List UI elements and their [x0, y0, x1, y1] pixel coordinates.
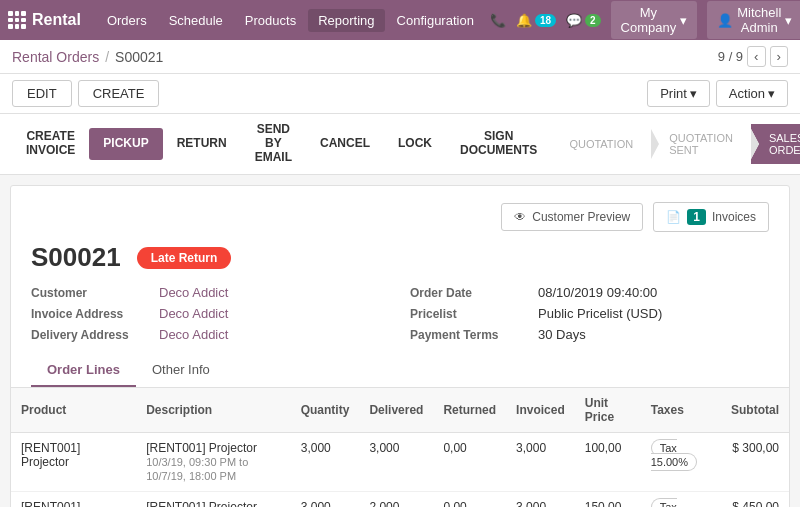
col-description: Description	[136, 388, 291, 433]
user-avatar-icon: 👤	[717, 13, 733, 28]
menu-reporting[interactable]: Reporting	[308, 9, 384, 32]
bell-icon: 🔔	[516, 13, 532, 28]
app-logo[interactable]: Rental	[8, 11, 81, 29]
main-content: 👁 Customer Preview 📄 1 Invoices S00021 L…	[10, 185, 790, 507]
message-badge: 2	[585, 14, 601, 27]
cell-description: [RENT001] Projector10/3/19, 09:30 PM to …	[136, 433, 291, 492]
phone-icon: 📞	[490, 13, 506, 28]
chevron-down-icon: ▾	[768, 86, 775, 101]
nav-right: 📞 🔔 18 💬 2 My Company ▾ 👤 Mitchell Admin…	[490, 1, 800, 39]
return-button[interactable]: RETURN	[163, 128, 241, 160]
chat-icon: 💬	[566, 13, 582, 28]
previous-page-button[interactable]: ‹	[747, 46, 765, 67]
grid-icon	[8, 11, 26, 29]
cell-unit-price: 150,00	[575, 492, 641, 508]
customer-preview-label: Customer Preview	[532, 210, 630, 224]
messages-button[interactable]: 💬 2	[566, 13, 601, 28]
pricelist-value: Public Pricelist (USD)	[538, 306, 662, 321]
cell-quantity: 3,000	[291, 492, 360, 508]
col-product: Product	[11, 388, 136, 433]
edit-button[interactable]: EDIT	[12, 80, 72, 107]
document-tabs: Order Lines Other Info	[11, 354, 789, 388]
notification-badge: 18	[535, 14, 556, 27]
notifications-button[interactable]: 🔔 18	[516, 13, 556, 28]
order-date-value: 08/10/2019 09:40:00	[538, 285, 657, 300]
status-bar: CREATE INVOICE PICKUP RETURN SEND BY EMA…	[0, 114, 800, 175]
print-label: Print	[660, 86, 687, 101]
print-button[interactable]: Print ▾	[647, 80, 710, 107]
cell-subtotal: $ 450,00	[721, 492, 789, 508]
page-navigation: 9 / 9 ‹ ›	[718, 46, 788, 67]
action-label: Action	[729, 86, 765, 101]
user-name: Mitchell Admin	[737, 5, 781, 35]
main-menu: Orders Schedule Products Reporting Confi…	[97, 9, 484, 32]
send-by-email-button[interactable]: SEND BY EMAIL	[241, 114, 306, 174]
menu-products[interactable]: Products	[235, 9, 306, 32]
pickup-button[interactable]: PICKUP	[89, 128, 162, 160]
company-name: My Company	[621, 5, 677, 35]
document-icon: 📄	[666, 210, 681, 224]
top-navigation: Rental Orders Schedule Products Reportin…	[0, 0, 800, 40]
customer-value[interactable]: Deco Addict	[159, 285, 228, 300]
delivery-address-field: Delivery Address Deco Addict	[31, 327, 390, 342]
cell-subtotal: $ 300,00	[721, 433, 789, 492]
create-button[interactable]: CREATE	[78, 80, 160, 107]
phone-button[interactable]: 📞	[490, 13, 506, 28]
menu-configuration[interactable]: Configuration	[387, 9, 484, 32]
user-menu[interactable]: 👤 Mitchell Admin ▾	[707, 1, 800, 39]
quotation-sent-step: QUOTATION SENT	[651, 124, 751, 164]
cell-delivered: 2,000	[359, 492, 433, 508]
cell-delivered: 3,000	[359, 433, 433, 492]
invoices-count: 1	[687, 209, 706, 225]
document-title: S00021	[31, 242, 121, 273]
create-invoice-button[interactable]: CREATE INVOICE	[12, 121, 89, 167]
breadcrumb-bar: Rental Orders / S00021 9 / 9 ‹ ›	[0, 40, 800, 74]
cell-invoiced: 3,000	[506, 433, 575, 492]
cell-description: [RENT001] Projector10/7/19, 09:30 PM to …	[136, 492, 291, 508]
chevron-down-icon: ▾	[785, 13, 792, 28]
menu-schedule[interactable]: Schedule	[159, 9, 233, 32]
breadcrumb-current: S00021	[115, 49, 163, 65]
chevron-down-icon: ▾	[680, 13, 687, 28]
quotation-step: QUOTATION	[551, 130, 651, 158]
app-name: Rental	[32, 11, 81, 29]
col-quantity: Quantity	[291, 388, 360, 433]
lock-button[interactable]: LOCK	[384, 128, 446, 160]
invoice-address-value[interactable]: Deco Addict	[159, 306, 228, 321]
breadcrumb-separator: /	[105, 49, 109, 65]
quotation-step-label: QUOTATION	[569, 138, 633, 150]
invoices-button[interactable]: 📄 1 Invoices	[653, 202, 769, 232]
action-button[interactable]: Action ▾	[716, 80, 788, 107]
chevron-down-icon: ▾	[690, 86, 697, 101]
col-taxes: Taxes	[641, 388, 721, 433]
customer-preview-button[interactable]: 👁 Customer Preview	[501, 203, 643, 231]
cell-returned: 0,00	[433, 433, 506, 492]
cell-product: [RENT001] Projector	[11, 492, 136, 508]
col-delivered: Delivered	[359, 388, 433, 433]
invoices-label: Invoices	[712, 210, 756, 224]
pricelist-field: Pricelist Public Pricelist (USD)	[410, 306, 769, 321]
next-page-button[interactable]: ›	[770, 46, 788, 67]
delivery-address-label: Delivery Address	[31, 328, 151, 342]
sign-documents-button[interactable]: SIGN DOCUMENTS	[446, 121, 551, 167]
company-selector[interactable]: My Company ▾	[611, 1, 698, 39]
order-lines-table: Product Description Quantity Delivered R…	[11, 388, 789, 507]
action-bar: EDIT CREATE Print ▾ Action ▾	[0, 74, 800, 114]
payment-terms-label: Payment Terms	[410, 328, 530, 342]
menu-orders[interactable]: Orders	[97, 9, 157, 32]
pricelist-label: Pricelist	[410, 307, 530, 321]
payment-terms-value: 30 Days	[538, 327, 586, 342]
sales-order-step-label: SALES ORDER	[769, 132, 800, 156]
document-actions: 👁 Customer Preview 📄 1 Invoices	[501, 202, 769, 232]
payment-terms-field: Payment Terms 30 Days	[410, 327, 769, 342]
tab-other-info[interactable]: Other Info	[136, 354, 226, 387]
tab-order-lines[interactable]: Order Lines	[31, 354, 136, 387]
breadcrumb-parent[interactable]: Rental Orders	[12, 49, 99, 65]
delivery-address-value[interactable]: Deco Addict	[159, 327, 228, 342]
order-date-label: Order Date	[410, 286, 530, 300]
cancel-button[interactable]: CANCEL	[306, 128, 384, 160]
invoice-address-label: Invoice Address	[31, 307, 151, 321]
table-row: [RENT001] Projector [RENT001] Projector1…	[11, 492, 789, 508]
order-date-field: Order Date 08/10/2019 09:40:00	[410, 285, 769, 300]
page-indicator: 9 / 9	[718, 49, 743, 64]
